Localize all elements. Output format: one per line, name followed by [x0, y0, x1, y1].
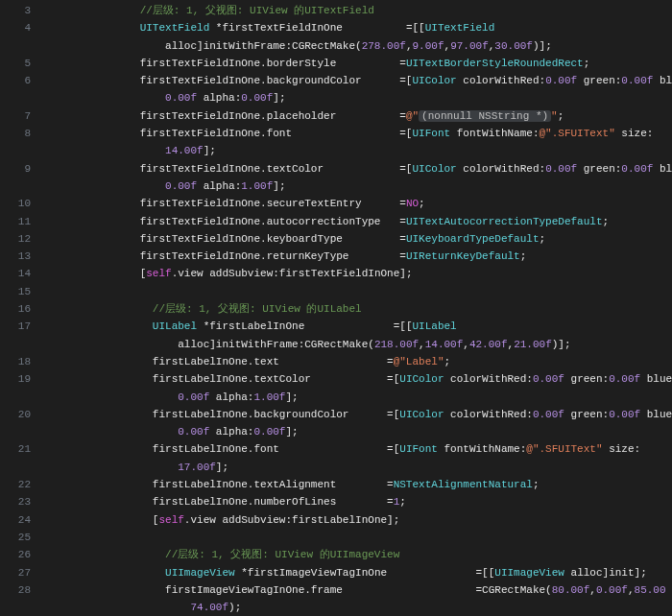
- code-line[interactable]: firstTextFieldInOne.backgroundColor =[UI…: [38, 72, 672, 89]
- code-line[interactable]: firstTextFieldInOne.secureTextEntry =NO;: [38, 195, 672, 212]
- code-line[interactable]: firstTextFieldInOne.returnKeyType =UIRet…: [38, 248, 672, 265]
- code-line[interactable]: firstLabelInOne.text =@"Label";: [38, 353, 672, 370]
- line-number: [0, 599, 31, 616]
- line-number: 16: [0, 300, 31, 318]
- code-line[interactable]: UITextField *firstTextFieldInOne =[[UITe…: [38, 19, 672, 36]
- line-number: 25: [0, 529, 31, 546]
- line-gutter: 3456789101112131415161718192021222324252…: [0, 0, 38, 616]
- code-line[interactable]: [38, 283, 672, 300]
- code-line[interactable]: firstLabelInOne.textAlignment =NSTextAli…: [38, 476, 672, 493]
- code-line[interactable]: firstTextFieldInOne.autocorrectionType =…: [38, 213, 672, 230]
- line-number: 22: [0, 476, 31, 493]
- code-line[interactable]: firstLabelInOne.font =[UIFont fontWithNa…: [38, 440, 672, 458]
- code-line[interactable]: 0.00f alpha:1.00f];: [38, 178, 672, 195]
- code-line[interactable]: firstLabelInOne.backgroundColor =[UIColo…: [38, 406, 672, 423]
- code-line[interactable]: firstTextFieldInOne.placeholder =@"(nonn…: [38, 107, 672, 125]
- line-number: 20: [0, 406, 31, 423]
- code-line[interactable]: firstImageViewTagInOne.frame =CGRectMake…: [38, 581, 672, 599]
- line-number: 4: [0, 19, 31, 36]
- line-number: 6: [0, 72, 31, 89]
- line-number: [0, 178, 31, 195]
- code-line[interactable]: //层级: 1, 父视图: UIView 的UIImageView: [38, 546, 672, 563]
- line-number: [0, 142, 31, 159]
- line-number: 15: [0, 283, 31, 300]
- line-number: 11: [0, 213, 31, 230]
- placeholder-hint[interactable]: (nonnull NSString *): [419, 110, 551, 122]
- line-number: 18: [0, 353, 31, 370]
- line-number: 28: [0, 581, 31, 599]
- code-line[interactable]: firstLabelInOne.numberOfLines =1;: [38, 493, 672, 510]
- code-line[interactable]: //层级: 1, 父视图: UIView 的UITextField: [38, 2, 672, 19]
- line-number: [0, 459, 31, 476]
- line-number: [0, 389, 31, 406]
- code-editor[interactable]: //层级: 1, 父视图: UIView 的UITextField UIText…: [38, 0, 672, 616]
- line-number: 13: [0, 248, 31, 265]
- line-number: 10: [0, 195, 31, 212]
- code-line[interactable]: UILabel *firstLabelInOne =[[UILabel: [38, 318, 672, 335]
- line-number: [0, 89, 31, 107]
- line-number: 19: [0, 370, 31, 388]
- code-line[interactable]: alloc]initWithFrame:CGRectMake(218.00f,1…: [38, 336, 672, 353]
- code-line[interactable]: 17.00f];: [38, 459, 672, 476]
- line-number: 7: [0, 107, 31, 125]
- code-line[interactable]: 0.00f alpha:0.00f];: [38, 423, 672, 440]
- code-line[interactable]: firstTextFieldInOne.textColor =[UIColor …: [38, 160, 672, 178]
- line-number: 8: [0, 125, 31, 142]
- code-line[interactable]: firstLabelInOne.textColor =[UIColor colo…: [38, 370, 672, 388]
- line-number: 9: [0, 160, 31, 178]
- code-line[interactable]: UIImageView *firstImageViewTagInOne =[[U…: [38, 564, 672, 581]
- line-number: 12: [0, 230, 31, 248]
- code-line[interactable]: firstTextFieldInOne.borderStyle =UITextB…: [38, 55, 672, 72]
- line-number: [0, 37, 31, 55]
- line-number: 5: [0, 55, 31, 72]
- code-line[interactable]: 74.00f);: [38, 599, 672, 616]
- code-line[interactable]: firstTextFieldInOne.keyboardType =UIKeyb…: [38, 230, 672, 248]
- line-number: 21: [0, 440, 31, 458]
- line-number: 3: [0, 2, 31, 19]
- code-line[interactable]: //层级: 1, 父视图: UIView 的UILabel: [38, 300, 672, 318]
- code-line[interactable]: [38, 529, 672, 546]
- code-line[interactable]: [self.view addSubview:firstLabelInOne];: [38, 511, 672, 529]
- line-number: [0, 423, 31, 440]
- code-line[interactable]: firstTextFieldInOne.font =[UIFont fontWi…: [38, 125, 672, 142]
- line-number: 27: [0, 564, 31, 581]
- line-number: 26: [0, 546, 31, 563]
- code-line[interactable]: 0.00f alpha:1.00f];: [38, 389, 672, 406]
- code-line[interactable]: 14.00f];: [38, 142, 672, 159]
- code-line[interactable]: 0.00f alpha:0.00f];: [38, 89, 672, 107]
- line-number: 23: [0, 493, 31, 510]
- line-number: 14: [0, 265, 31, 282]
- line-number: [0, 336, 31, 353]
- code-line[interactable]: alloc]initWithFrame:CGRectMake(278.00f,9…: [38, 37, 672, 55]
- line-number: 17: [0, 318, 31, 335]
- code-line[interactable]: [self.view addSubview:firstTextFieldInOn…: [38, 265, 672, 282]
- line-number: 24: [0, 511, 31, 529]
